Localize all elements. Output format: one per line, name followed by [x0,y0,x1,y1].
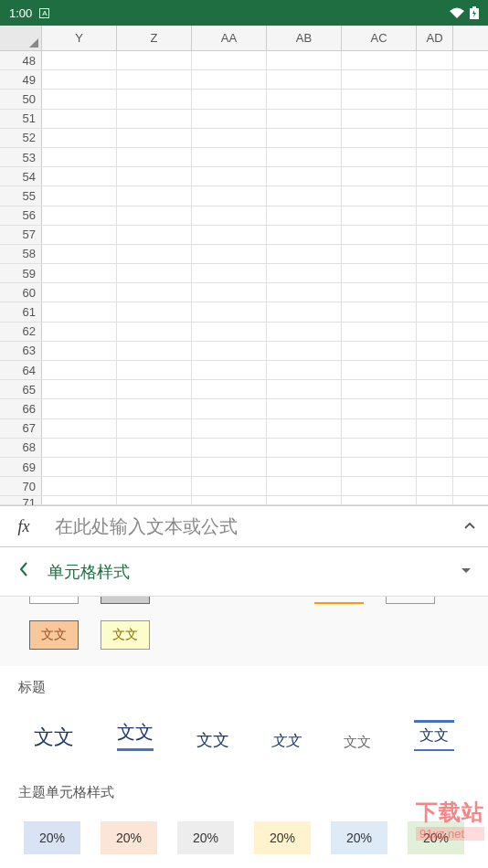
cell[interactable] [117,302,192,321]
row-header[interactable]: 57 [0,226,42,244]
sheet-body[interactable]: 48 49 50 51 52 53 54 55 56 57 58 59 60 6… [0,51,488,505]
cell[interactable] [267,283,342,302]
cell[interactable] [417,167,453,185]
theme-swatch-6[interactable]: 20% [408,821,464,854]
cell[interactable] [42,380,117,398]
cell[interactable] [42,439,117,457]
theme-swatch-2[interactable]: 20% [101,821,157,854]
cell[interactable] [417,90,453,108]
select-all-corner[interactable] [0,26,42,50]
cell[interactable] [42,283,117,302]
row-header[interactable]: 58 [0,245,42,263]
cell[interactable] [42,245,117,263]
cell[interactable] [117,70,192,89]
cell[interactable] [417,129,453,147]
cell[interactable] [42,477,117,495]
cell[interactable] [117,458,192,476]
style-swatch-partial[interactable] [101,597,150,604]
row-header[interactable]: 49 [0,70,42,89]
cell[interactable] [342,70,417,89]
col-header[interactable]: AC [342,26,417,50]
row-header[interactable]: 69 [0,458,42,476]
row-header[interactable]: 60 [0,283,42,302]
cell[interactable] [342,419,417,438]
row-header[interactable]: 48 [0,51,42,69]
row-header[interactable]: 51 [0,110,42,128]
cell[interactable] [42,206,117,225]
cell[interactable] [42,361,117,379]
theme-swatch-1[interactable]: 20% [24,821,80,854]
theme-swatch-5[interactable]: 20% [331,821,387,854]
col-header[interactable]: AA [192,26,267,50]
style-panel[interactable]: 文文 文文 [0,597,488,666]
cell[interactable] [267,206,342,225]
cell[interactable] [117,283,192,302]
cell[interactable] [192,361,267,379]
cell[interactable] [267,323,342,341]
cell[interactable] [42,129,117,147]
row-header[interactable]: 50 [0,90,42,108]
cell[interactable] [267,70,342,89]
row-header[interactable]: 62 [0,323,42,341]
cell[interactable] [117,439,192,457]
row-header[interactable]: 56 [0,206,42,225]
heading-style-3[interactable]: 文文 [196,729,229,751]
cell[interactable] [42,110,117,128]
cell[interactable] [342,148,417,166]
cell[interactable] [342,226,417,244]
cell[interactable] [117,90,192,108]
cell[interactable] [417,496,453,504]
cell[interactable] [267,129,342,147]
row-header[interactable]: 70 [0,477,42,495]
cell[interactable] [42,90,117,108]
cell[interactable] [42,342,117,360]
row-header[interactable]: 52 [0,129,42,147]
cell[interactable] [342,380,417,398]
cell[interactable] [192,206,267,225]
cell[interactable] [42,264,117,282]
cell[interactable] [417,399,453,418]
theme-swatch-3[interactable]: 20% [177,821,234,854]
heading-style-1[interactable]: 文文 [34,724,74,751]
cell[interactable] [42,302,117,321]
cell[interactable] [417,419,453,438]
cell[interactable] [192,419,267,438]
cell[interactable] [417,206,453,225]
cell[interactable] [192,458,267,476]
cell[interactable] [267,439,342,457]
cell[interactable] [417,70,453,89]
cell[interactable] [417,361,453,379]
cell[interactable] [192,129,267,147]
cell[interactable] [417,380,453,398]
cell[interactable] [417,245,453,263]
heading-style-5[interactable]: 文文 [344,734,371,751]
cell[interactable] [342,129,417,147]
cell[interactable] [192,496,267,504]
cell[interactable] [342,361,417,379]
formula-input[interactable]: 在此处输入文本或公式 [48,514,451,539]
cell[interactable] [267,226,342,244]
cell[interactable] [192,51,267,69]
cell[interactable] [192,110,267,128]
row-header[interactable]: 71 [0,496,42,504]
cell[interactable] [267,148,342,166]
cell[interactable] [117,342,192,360]
cell[interactable] [417,439,453,457]
cell[interactable] [417,323,453,341]
cell[interactable] [342,206,417,225]
cell[interactable] [192,264,267,282]
col-header[interactable]: AD [417,26,453,50]
cell[interactable] [342,264,417,282]
cell[interactable] [42,496,117,504]
row-header[interactable]: 55 [0,186,42,205]
cell[interactable] [192,323,267,341]
style-swatch-orange[interactable]: 文文 [29,620,79,650]
cell[interactable] [42,148,117,166]
cell[interactable] [117,361,192,379]
cell[interactable] [342,439,417,457]
style-swatch-partial[interactable] [29,597,79,604]
style-swatch-yellow[interactable]: 文文 [101,620,150,650]
cell[interactable] [192,70,267,89]
dropdown-button[interactable] [444,566,488,578]
cell[interactable] [192,439,267,457]
